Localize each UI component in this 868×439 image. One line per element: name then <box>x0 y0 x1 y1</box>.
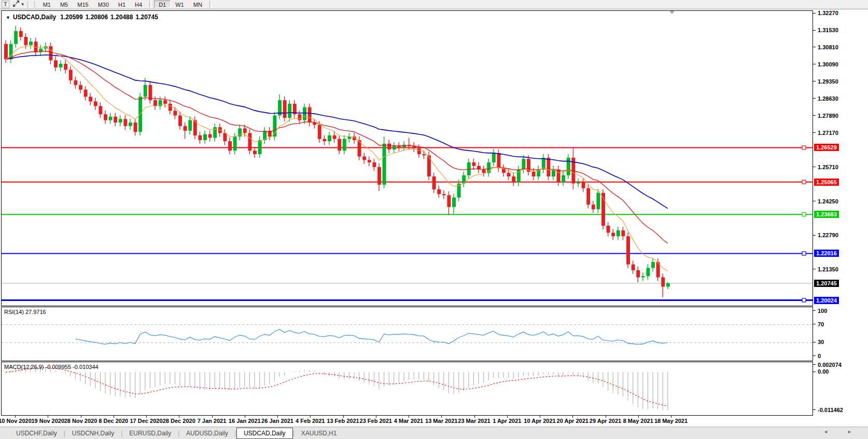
price-level-chip: 1.23683 <box>814 211 839 218</box>
date-label: 23 Mar 2021 <box>458 418 490 424</box>
date-label: 17 Dec 2020 <box>130 418 163 424</box>
chevron-down-icon: ▼ <box>21 2 25 7</box>
chart-shift-marker-icon[interactable] <box>669 11 675 14</box>
date-label: 13 Mar 2021 <box>425 418 457 424</box>
axis-tick-label: 0 <box>818 353 821 359</box>
axis-tick-label: 0.002074 <box>818 362 842 368</box>
date-label: 18 May 2021 <box>654 418 688 424</box>
macd-header: MACD(12,26,9) -0.009955 -0.010344 <box>4 364 99 370</box>
axis-tick-label: 1.31530 <box>818 27 838 33</box>
axis-tick-mark <box>813 409 816 410</box>
axis-tick-mark <box>813 81 816 81</box>
axis-tick-label: 1.22790 <box>818 232 838 238</box>
collapse-arrow-icon[interactable]: ▼ <box>6 15 10 20</box>
axis-tick-label: 1.25710 <box>818 164 838 170</box>
date-label: 4 Mar 2021 <box>394 418 423 424</box>
rsi-header: RSI(14) 27.9716 <box>4 309 46 315</box>
timeframe-button-m15[interactable]: M15 <box>73 1 93 8</box>
axis-tick-mark <box>813 167 816 167</box>
axis-tick-mark <box>813 364 816 365</box>
axis-tick-mark <box>813 201 816 201</box>
chart-tab-audusd[interactable]: AUDUSD,Daily <box>179 428 235 438</box>
chart-tab-eurusd[interactable]: EURUSD,Daily <box>122 428 178 438</box>
ohlc-low: 1.20488 <box>110 13 133 21</box>
candlestick-chart-surface[interactable] <box>2 11 813 306</box>
date-label: 8 May 2021 <box>623 418 653 424</box>
main-chart-panel[interactable]: ▼USDCAD,Daily1.205991.208061.204881.2074… <box>1 10 813 306</box>
tab-scroll-right-icon[interactable]: ► <box>847 429 852 434</box>
rsi-chart-surface[interactable] <box>2 307 813 361</box>
timeframe-button-m30[interactable]: M30 <box>93 1 114 8</box>
chart-tab-usdcad[interactable]: USDCAD,Daily <box>236 428 293 439</box>
ohlc-high: 1.20806 <box>86 13 108 21</box>
axis-tick-mark <box>813 324 816 324</box>
date-label: 10 Nov 2020 <box>0 418 32 424</box>
chart-symbol-period: USDCAD,Daily <box>13 13 56 21</box>
date-label: 20 Apr 2021 <box>557 418 589 424</box>
chart-tab-usdcnh[interactable]: USDCNH,Daily <box>65 428 121 438</box>
t-tool-button[interactable]: T <box>2 1 9 8</box>
date-label: 8 Dec 2020 <box>99 418 128 424</box>
axis-tick-mark <box>813 115 816 116</box>
axis-tick-label: 100 <box>818 308 827 314</box>
axis-tick-mark <box>813 372 816 372</box>
price-level-chip: 1.26529 <box>814 144 839 151</box>
axis-tick-mark <box>813 235 816 236</box>
chart-tab-usdchf[interactable]: USDCHF,Daily <box>9 428 64 438</box>
axis-tick-mark <box>813 47 816 47</box>
price-level-chip: 1.20745 <box>814 280 839 287</box>
toolbar-separator <box>149 1 151 8</box>
toolbar-grip <box>34 2 36 8</box>
date-label: 29 Apr 2021 <box>590 418 621 424</box>
toolbar-separator <box>209 1 212 8</box>
date-label: 23 Feb 2021 <box>360 418 392 424</box>
rsi-indicator-panel[interactable]: RSI(14) 27.9716 <box>1 307 813 361</box>
date-label: 28 Nov 2020 <box>64 418 97 424</box>
axis-tick-label: 1.29350 <box>818 78 838 85</box>
timeframe-button-m5[interactable]: M5 <box>55 1 73 8</box>
date-label: 13 Feb 2021 <box>327 418 359 424</box>
timeframe-button-h1[interactable]: H1 <box>114 1 130 8</box>
tab-scroll-left-icon[interactable]: ◄ <box>823 429 828 434</box>
timeframe-button-w1[interactable]: W1 <box>171 1 189 8</box>
axis-tick-mark <box>813 64 816 64</box>
price-axis[interactable]: 1.265291.250651.236831.220161.200241.322… <box>813 10 868 416</box>
date-label: 19 Nov 2020 <box>31 418 64 424</box>
cursor-arrows-icon <box>12 0 20 9</box>
axis-tick-label: 1.30090 <box>818 61 838 67</box>
axis-tick-mark <box>813 355 816 356</box>
price-level-chip: 1.25065 <box>814 179 839 186</box>
timeframe-button-h4[interactable]: H4 <box>130 1 147 8</box>
axis-tick-mark <box>813 13 816 13</box>
timeframe-button-group: M1M5M15M30H1H4D1W1MN <box>38 1 207 8</box>
axis-tick-label: 30 <box>818 339 824 345</box>
timeframe-button-m1[interactable]: M1 <box>38 1 55 8</box>
toolbar-separator <box>27 1 30 8</box>
ohlc-open: 1.20599 <box>60 13 82 21</box>
date-label: 7 Jan 2021 <box>198 418 227 424</box>
timeframe-button-mn[interactable]: MN <box>189 1 207 8</box>
axis-tick-label: 70 <box>818 321 824 327</box>
date-label: 26 Jan 2021 <box>261 418 293 424</box>
cursor-arrows-tool-button[interactable]: ▼ <box>12 0 25 9</box>
axis-tick-label: 1.27170 <box>818 130 838 136</box>
date-label: 4 Feb 2021 <box>296 418 325 424</box>
axis-tick-label: 1.32270 <box>818 10 838 16</box>
date-label: 28 Dec 2020 <box>163 418 195 424</box>
axis-tick-label: 1.30810 <box>818 44 838 50</box>
date-label: 16 Jan 2021 <box>229 418 261 424</box>
axis-tick-mark <box>813 132 816 133</box>
macd-chart-surface[interactable] <box>2 362 813 415</box>
ohlc-close: 1.20745 <box>135 13 158 21</box>
axis-tick-mark <box>813 98 816 99</box>
timeframe-button-d1[interactable]: D1 <box>154 1 171 8</box>
chart-title: ▼USDCAD,Daily1.205991.208061.204881.2074… <box>6 13 158 21</box>
price-level-chip: 1.20024 <box>814 297 839 304</box>
chart-tab-xauusd[interactable]: XAUUSD,H1 <box>295 428 344 438</box>
macd-indicator-panel[interactable]: MACD(12,26,9) -0.009955 -0.010344 <box>1 362 813 416</box>
time-axis[interactable]: 10 Nov 202019 Nov 202028 Nov 20208 Dec 2… <box>1 416 813 425</box>
axis-tick-mark <box>813 342 816 342</box>
axis-tick-label: 1.27890 <box>818 113 838 119</box>
chart-tab-bar: USDCHF,Daily|USDCNH,Daily|EURUSD,Daily|A… <box>0 427 868 439</box>
axis-tick-label: -0.011462 <box>818 407 843 413</box>
